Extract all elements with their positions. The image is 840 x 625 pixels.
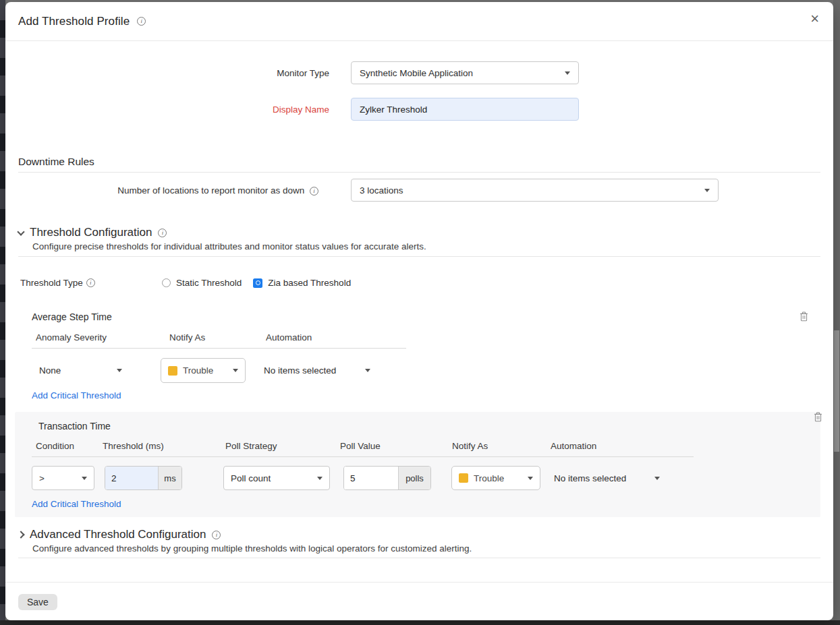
downtime-rules-title: Downtime Rules [18,156,820,168]
radio-static-label: Static Threshold [176,278,242,288]
monitor-type-label: Monitor Type [18,68,329,78]
info-icon: i [86,278,95,287]
add-critical-threshold-link[interactable]: Add Critical Threshold [32,390,121,400]
chevron-down-icon [233,369,238,372]
advanced-config-title: Advanced Threshold Configuration [30,528,206,541]
col-poll-strategy: Poll Strategy [221,441,336,451]
transaction-table-row: > ms Poll count polls Trouble [32,466,820,490]
advanced-config-description: Configure advanced thresholds by groupin… [32,543,820,554]
monitor-type-row: Monitor Type Synthetic Mobile Applicatio… [18,61,820,84]
monitor-type-value: Synthetic Mobile Application [360,68,565,78]
monitor-type-select[interactable]: Synthetic Mobile Application [351,61,579,84]
threshold-config-description: Configure precise thresholds for individ… [32,241,820,251]
dialog-footer: Save [5,582,833,620]
chevron-down-icon [82,477,87,480]
threshold-config-title: Threshold Configuration [30,226,152,239]
notify-as-select[interactable]: Trouble [451,466,540,490]
transaction-time-block: Transaction Time Condition Threshold (ms… [15,412,820,517]
radio-zia-label: Zia based Threshold [268,278,351,288]
save-button[interactable]: Save [18,594,57,610]
display-name-input[interactable] [351,98,579,121]
poll-value-unit-label: polls [398,467,430,489]
avg-step-time-title: Average Step Time [32,311,820,322]
poll-strategy-value: Poll count [231,473,317,483]
chevron-down-icon [654,477,660,480]
divider [18,172,820,173]
chevron-down-icon [365,369,370,372]
locations-row: Number of locations to report monitor as… [18,179,820,202]
chevron-down-icon [528,477,533,480]
transaction-table: Condition Threshold (ms) Poll Strategy P… [32,441,694,457]
locations-label-text: Number of locations to report monitor as… [117,185,304,196]
automation-value: No items selected [264,365,336,376]
dialog-header: Add Threshold Profile i × [5,2,833,41]
transaction-table-header: Condition Threshold (ms) Poll Strategy P… [32,441,694,457]
dialog-body: Monitor Type Synthetic Mobile Applicatio… [5,41,833,582]
col-notify-as: Notify As [448,441,547,451]
locations-select[interactable]: 3 locations [351,179,719,202]
avg-table-row: None Trouble No items selected [32,358,406,383]
chevron-down-icon [317,477,323,480]
trash-icon[interactable] [800,311,808,322]
trash-icon[interactable] [814,412,822,422]
col-notify-as: Notify As [165,332,262,343]
transaction-time-title: Transaction Time [38,421,820,431]
dialog-title: Add Threshold Profile [18,15,130,28]
notify-as-select[interactable]: Trouble [161,358,246,383]
chevron-down-icon [704,189,710,192]
info-icon: i [310,187,318,196]
page-behind-bottom [0,620,840,625]
anomaly-severity-value: None [39,365,61,376]
info-icon: i [158,229,167,237]
trouble-color-swatch [459,473,468,483]
close-icon[interactable]: × [810,11,819,26]
display-name-label: Display Name [18,105,329,115]
page-scrollbar-track [833,0,840,625]
poll-value-input[interactable] [344,467,398,489]
condition-value: > [39,473,82,483]
info-icon: i [137,17,146,26]
notify-as-value: Trouble [183,365,233,376]
poll-value-input-group: polls [343,466,431,490]
col-anomaly-severity: Anomaly Severity [32,332,165,343]
col-automation: Automation [547,441,694,451]
display-name-row: Display Name [18,98,820,121]
radio-static-threshold[interactable]: Static Threshold [162,278,242,288]
chevron-right-icon [17,531,24,538]
add-critical-threshold-link[interactable]: Add Critical Threshold [32,499,121,509]
avg-table-header: Anomaly Severity Notify As Automation [32,332,406,349]
avg-step-time-table: Anomaly Severity Notify As Automation No… [32,332,406,383]
automation-select[interactable]: No items selected [554,473,660,483]
avg-step-time-block: Average Step Time Anomaly Severity Notif… [32,311,820,401]
advanced-config-toggle[interactable]: Advanced Threshold Configuration i [18,528,820,541]
radio-zia-threshold[interactable]: Zia based Threshold [253,278,351,288]
col-poll-value: Poll Value [336,441,448,451]
col-automation: Automation [262,332,406,343]
automation-select[interactable]: No items selected [264,365,370,376]
radio-unselected-icon [162,278,171,287]
threshold-input-group: ms [105,466,182,490]
notify-as-value: Trouble [474,473,528,483]
trouble-color-swatch [168,366,177,376]
page-scrollbar-thumb [834,330,839,452]
threshold-input[interactable] [105,467,158,489]
chevron-down-icon [117,369,122,372]
threshold-type-label-text: Threshold Type [20,278,83,288]
threshold-config-toggle[interactable]: Threshold Configuration i [18,226,820,239]
chevron-down-icon [17,228,24,235]
divider [18,256,820,257]
col-condition: Condition [32,441,99,451]
threshold-type-row: Threshold Type i Static Threshold Zia ba… [20,278,820,288]
locations-value: 3 locations [360,185,704,196]
anomaly-severity-select[interactable]: None [32,365,126,376]
automation-value: No items selected [554,473,626,483]
col-threshold-ms: Threshold (ms) [99,441,221,451]
locations-label: Number of locations to report monitor as… [18,185,318,196]
threshold-type-label: Threshold Type i [20,278,162,288]
divider [18,558,820,558]
radio-selected-icon [253,278,262,288]
page-behind-left [0,0,5,625]
poll-strategy-select[interactable]: Poll count [223,466,330,490]
condition-select[interactable]: > [32,466,94,490]
info-icon: i [212,531,221,539]
